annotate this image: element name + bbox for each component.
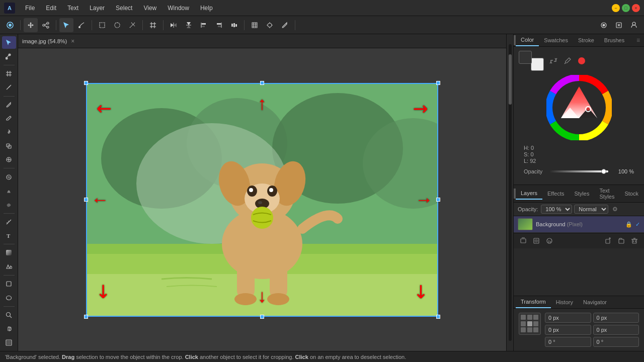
- blend-mode-select[interactable]: Normal Multiply Screen Overlay: [574, 205, 608, 214]
- anchor-grid[interactable]: [519, 313, 541, 335]
- heal-tool[interactable]: [2, 153, 16, 166]
- layer-visibility-icon[interactable]: ✓: [635, 221, 640, 228]
- color-panel-more[interactable]: ≡: [632, 34, 644, 46]
- menu-file[interactable]: File: [23, 4, 37, 13]
- crop-tool[interactable]: [2, 67, 16, 80]
- view-tool[interactable]: [2, 336, 16, 348]
- magic-select-button[interactable]: [125, 18, 139, 32]
- anchor-tr[interactable]: [533, 315, 538, 320]
- swatches-tab[interactable]: Swatches: [539, 35, 573, 46]
- gradient-tool[interactable]: [2, 246, 16, 259]
- menu-window[interactable]: Window: [166, 4, 191, 13]
- distribute-button[interactable]: [227, 18, 241, 32]
- anchor-tl[interactable]: [521, 315, 526, 320]
- anchor-ml[interactable]: [521, 321, 526, 326]
- layers-panel-icon[interactable]: [518, 235, 529, 246]
- height-input[interactable]: [593, 325, 639, 335]
- effects-tab[interactable]: Effects: [542, 188, 569, 199]
- ellipse-tool[interactable]: [2, 291, 16, 304]
- type-tool[interactable]: T: [2, 229, 16, 242]
- dodge-tool[interactable]: [2, 185, 16, 197]
- anchor-bc[interactable]: [527, 327, 532, 332]
- layers-gear-icon[interactable]: ⚙: [612, 206, 618, 213]
- resize-handle-bottom-left[interactable]: [84, 315, 88, 319]
- menu-edit[interactable]: Edit: [44, 4, 58, 13]
- opacity-slider[interactable]: [549, 170, 608, 172]
- resize-handle-bottom-right[interactable]: [436, 315, 440, 319]
- grid-button[interactable]: [248, 18, 262, 32]
- opacity-thumb[interactable]: [601, 169, 606, 174]
- menu-view[interactable]: View: [141, 4, 158, 13]
- styles-tab[interactable]: Styles: [569, 188, 594, 199]
- new-group-icon[interactable]: [616, 235, 627, 246]
- color-indicator[interactable]: [578, 57, 585, 64]
- freehand-select-button[interactable]: [110, 18, 124, 32]
- view-mode-button[interactable]: [597, 18, 611, 32]
- canvas-close[interactable]: ×: [71, 38, 74, 45]
- resize-handle-top-left[interactable]: [84, 81, 88, 85]
- history-tab[interactable]: History: [551, 297, 578, 308]
- navigator-button[interactable]: [612, 18, 626, 32]
- resize-handle-top-right[interactable]: [436, 81, 440, 85]
- smudge-tool[interactable]: [2, 126, 16, 138]
- resize-handle-bottom-center[interactable]: [260, 315, 264, 319]
- anchor-tc[interactable]: [527, 315, 532, 320]
- crop-button[interactable]: [146, 18, 160, 32]
- layer-opacity-select[interactable]: 100 % 75 % 50 % 25 %: [541, 205, 572, 214]
- clone-tool[interactable]: [2, 140, 16, 152]
- eyedropper-icon[interactable]: [564, 57, 571, 64]
- node-tool[interactable]: [2, 50, 16, 62]
- canvas-container[interactable]: ↖ ↑ ↗ ← → ↙ ↓ ↘: [18, 48, 506, 351]
- anchor-bl[interactable]: [521, 327, 526, 332]
- v-scroll-thumb[interactable]: [509, 54, 512, 105]
- maximize-button[interactable]: □: [622, 4, 630, 12]
- menu-text[interactable]: Text: [65, 4, 80, 13]
- flip-h-button[interactable]: [167, 18, 181, 32]
- color-tab[interactable]: Color: [516, 34, 539, 46]
- minimize-button[interactable]: −: [612, 4, 620, 12]
- layers-tab[interactable]: Layers: [516, 188, 542, 200]
- layer-row-background[interactable]: Background (Pixel) 🔒 ✓: [514, 216, 644, 233]
- burn-tool[interactable]: [2, 198, 16, 211]
- skew-input[interactable]: [593, 337, 639, 347]
- canvas-area[interactable]: image.jpg (54.8%) ×: [18, 34, 506, 351]
- measure-tool[interactable]: [2, 216, 16, 228]
- anchor-br[interactable]: [533, 327, 538, 332]
- select-move-button[interactable]: [59, 18, 73, 32]
- zoom-tool[interactable]: [2, 309, 16, 321]
- v-scroll-track[interactable]: [509, 44, 512, 341]
- resize-handle-middle-right[interactable]: [436, 198, 440, 202]
- straighten-tool[interactable]: [2, 81, 16, 94]
- y-position-input[interactable]: [593, 313, 639, 323]
- transform-tab[interactable]: Transform: [516, 296, 551, 308]
- vertical-scrollbar[interactable]: [506, 34, 513, 351]
- layer-lock-icon[interactable]: 🔒: [625, 221, 632, 228]
- mask-icon[interactable]: [531, 235, 542, 246]
- align-right-button[interactable]: [212, 18, 226, 32]
- foreground-color-swatch[interactable]: [519, 51, 532, 64]
- x-position-input[interactable]: [545, 313, 591, 323]
- resize-handle-top-center[interactable]: [260, 81, 264, 85]
- close-button[interactable]: ×: [632, 4, 640, 12]
- resize-handle-middle-left[interactable]: [84, 198, 88, 202]
- move-tool-button[interactable]: [24, 18, 38, 32]
- color-wheel[interactable]: [546, 75, 612, 140]
- new-layer-icon[interactable]: [603, 235, 614, 246]
- anchor-mr[interactable]: [533, 321, 538, 326]
- persona-button[interactable]: [627, 18, 641, 32]
- paint-tool[interactable]: [2, 98, 16, 111]
- share-button[interactable]: [39, 18, 53, 32]
- navigator-tab[interactable]: Navigator: [578, 297, 612, 308]
- adjustment-icon[interactable]: fx: [544, 235, 555, 246]
- pointer-tool[interactable]: [2, 36, 16, 49]
- delete-layer-icon[interactable]: [629, 235, 640, 246]
- text-styles-tab[interactable]: Text Styles: [594, 185, 619, 202]
- menu-help[interactable]: Help: [198, 4, 215, 13]
- blur-tool[interactable]: [2, 170, 16, 183]
- hand-tool[interactable]: [2, 322, 16, 335]
- menu-layer[interactable]: Layer: [88, 4, 107, 13]
- brushes-tab[interactable]: Brushes: [599, 35, 629, 46]
- brush-tool-button[interactable]: [278, 18, 292, 32]
- vector-brush-button[interactable]: [74, 18, 89, 32]
- width-input[interactable]: [545, 325, 591, 335]
